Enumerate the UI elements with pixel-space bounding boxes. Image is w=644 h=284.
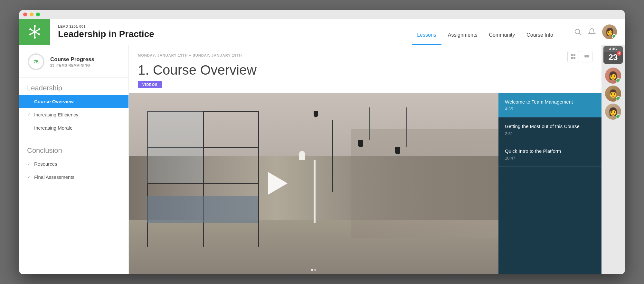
svg-rect-17 (584, 58, 589, 58)
progress-section: 75 Course Progress 23 ITEMS REMAINING (19, 45, 128, 78)
sidebar-item-increasing-morale[interactable]: Increasing Morale (19, 121, 128, 134)
video-duration-quick-intro: 10:47 (505, 156, 595, 160)
sidebar-item-course-overview[interactable]: Course Overview (19, 95, 128, 108)
calendar-widget: AUG 23 (603, 46, 623, 64)
svg-rect-12 (573, 54, 575, 56)
check-icon-resources: ✓ (27, 161, 32, 166)
dot-1 (311, 269, 313, 271)
calendar-month: AUG (603, 46, 623, 52)
notification-bell-icon[interactable] (588, 28, 596, 36)
svg-line-7 (579, 33, 581, 35)
view-toggle (567, 51, 592, 62)
video-title-welcome: Welcome to Team Management (505, 99, 595, 105)
svg-point-3 (29, 33, 31, 35)
close-button[interactable] (23, 13, 27, 16)
progress-label: Course Progress (50, 56, 94, 63)
avatar-face-3: 👩 (605, 104, 621, 120)
sidebar-item-final-assessments[interactable]: ✓ Final Assessments (19, 170, 128, 184)
logo-area (19, 19, 50, 45)
date-range: MONDAY, JANUARY 13TH – SUNDAY, JANUARY 1… (138, 53, 242, 57)
sidebar-item-resources[interactable]: ✓ Resources (19, 157, 128, 170)
sidebar-item-label: Course Overview (34, 99, 74, 104)
video-player[interactable] (129, 93, 498, 274)
video-item-welcome[interactable]: Welcome to Team Management 4:35 (498, 93, 601, 118)
svg-rect-13 (571, 57, 573, 59)
svg-point-0 (34, 25, 36, 27)
svg-point-5 (34, 37, 36, 39)
svg-rect-15 (584, 55, 589, 56)
grid-view-button[interactable] (567, 51, 579, 62)
tab-lessons[interactable]: Lessons (412, 19, 441, 45)
sidebar-item-label: Resources (34, 161, 57, 167)
maximize-button[interactable] (36, 13, 40, 16)
logo-icon (28, 25, 42, 39)
tab-community[interactable]: Community (484, 19, 520, 45)
avatar-face-1: 👩 (605, 68, 621, 84)
svg-point-6 (575, 29, 580, 34)
activity-avatar-2[interactable]: 👨 (605, 86, 621, 102)
app-window: LEAD 1201-001 Leadership in Practice Les… (19, 10, 625, 274)
nav-tabs: Lessons Assignments Community Course Inf… (404, 19, 566, 45)
content-tag: VIDEOS (138, 81, 162, 88)
calendar-day: 23 (603, 52, 623, 64)
sidebar-item-label: Increasing Efficiency (34, 112, 78, 117)
video-duration-welcome: 4:35 (505, 106, 595, 111)
nav-actions: 👩 (566, 19, 625, 45)
nav-course-info: LEAD 1201-001 Leadership in Practice (50, 19, 404, 45)
video-item-most-out[interactable]: Getting the Most out of this Course 2:51 (498, 117, 601, 142)
progress-remaining: 23 ITEMS REMAINING (50, 63, 94, 67)
section-header-leadership: Leadership (19, 78, 128, 95)
video-duration-most-out: 2:51 (505, 131, 595, 136)
svg-point-4 (38, 33, 40, 35)
sidebar-item-label: Final Assessments (34, 174, 74, 180)
minimize-button[interactable] (30, 13, 33, 16)
search-icon[interactable] (574, 28, 582, 36)
sidebar-divider (19, 137, 128, 137)
activity-sidebar: AUG 23 👩 👨 👩 (601, 45, 625, 274)
tab-course-info[interactable]: Course Info (521, 19, 558, 45)
svg-rect-11 (571, 54, 573, 56)
check-icon-final: ✓ (27, 175, 32, 179)
video-title-most-out: Getting the Most out of this Course (505, 123, 595, 130)
video-section: Welcome to Team Management 4:35 Getting … (129, 93, 601, 274)
section-header-conclusion: Conclusion (19, 140, 128, 157)
list-icon (584, 54, 589, 59)
avatar-face-2: 👨 (605, 86, 621, 102)
svg-point-2 (38, 28, 40, 30)
tab-assignments[interactable]: Assignments (443, 19, 483, 45)
user-avatar-nav[interactable]: 👩 (602, 24, 617, 39)
progress-info: Course Progress 23 ITEMS REMAINING (50, 56, 94, 67)
list-view-button[interactable] (581, 51, 592, 62)
video-title-quick-intro: Quick Intro to the Platform (505, 148, 595, 154)
lesson-title: 1. Course Overview (138, 62, 592, 78)
check-icon-efficiency: ✓ (27, 112, 32, 117)
play-button[interactable] (265, 172, 288, 195)
activity-avatar-3[interactable]: 👩 (605, 104, 621, 120)
svg-rect-14 (573, 57, 575, 59)
video-dots-indicator (311, 269, 316, 271)
svg-point-1 (29, 28, 31, 30)
dot-2 (314, 269, 316, 271)
top-navigation: LEAD 1201-001 Leadership in Practice Les… (19, 19, 625, 45)
activity-avatar-1[interactable]: 👩 (605, 68, 621, 84)
lesson-header: MONDAY, JANUARY 13TH – SUNDAY, JANUARY 1… (129, 45, 601, 93)
video-item-quick-intro[interactable]: Quick Intro to the Platform 10:47 (498, 142, 601, 167)
video-list: Welcome to Team Management 4:35 Getting … (498, 93, 601, 274)
lesson-content: MONDAY, JANUARY 13TH – SUNDAY, JANUARY 1… (129, 45, 601, 274)
svg-rect-16 (584, 56, 589, 57)
progress-circle: 75 (27, 53, 45, 71)
course-title: Leadership in Practice (58, 29, 396, 39)
svg-text:75: 75 (33, 59, 39, 64)
lesson-title-row: MONDAY, JANUARY 13TH – SUNDAY, JANUARY 1… (138, 51, 592, 62)
course-sidebar: 75 Course Progress 23 ITEMS REMAINING Le… (19, 45, 129, 274)
titlebar (19, 10, 625, 19)
sidebar-item-label: Increasing Morale (34, 125, 72, 131)
course-label: LEAD 1201-001 (58, 24, 396, 28)
grid-icon (571, 54, 576, 59)
sidebar-item-increasing-efficiency[interactable]: ✓ Increasing Efficiency (19, 108, 128, 121)
play-triangle-icon (268, 172, 288, 195)
main-content: 75 Course Progress 23 ITEMS REMAINING Le… (19, 45, 625, 274)
